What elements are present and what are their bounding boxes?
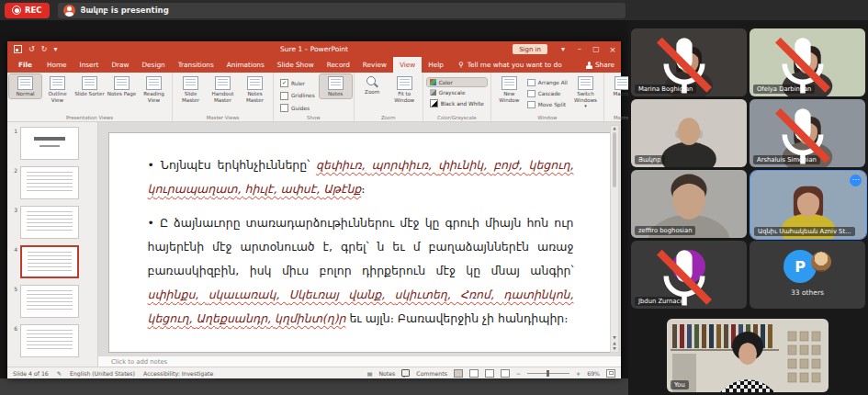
color-button[interactable]: Color xyxy=(427,78,487,86)
participant-tile-8[interactable]: P33 others xyxy=(750,241,865,309)
spell-check-icon[interactable]: ✎ xyxy=(57,370,62,377)
tab-design[interactable]: Design xyxy=(136,57,172,73)
slide-sorter-icon xyxy=(82,76,97,90)
outline-view-icon xyxy=(50,76,65,90)
notes-page-button[interactable]: Notes Page xyxy=(106,74,138,98)
participant-tile-3[interactable]: Յակոբ xyxy=(631,99,747,167)
save-icon[interactable] xyxy=(14,45,22,53)
sign-in-button[interactable]: Sign in xyxy=(513,44,547,54)
participant-tile-2[interactable]: Ofelya Darbinyan xyxy=(750,28,865,96)
slide-paragraph: • Նոյնպէս երկհնչիւնները՝ զեփիւռ, պորփիւռ… xyxy=(148,153,574,201)
language-indicator[interactable]: English (United States) xyxy=(70,370,135,377)
self-video-tile[interactable]: You xyxy=(667,319,829,392)
shared-screen-region: ↺ ↻ ▾ Sure 1 – PowerPoint Sign in ▾ – ▢ … xyxy=(0,20,628,395)
reading-view-button[interactable]: Reading View xyxy=(138,74,170,104)
rec-button[interactable]: REC xyxy=(5,3,50,18)
participant-tile-5[interactable]: zeffiro boghosian xyxy=(631,170,747,238)
reading-view-icon xyxy=(146,76,162,90)
grayscale-button[interactable]: Grayscale xyxy=(427,88,487,96)
tile-menu-button[interactable]: ⋯ xyxy=(850,175,862,186)
slide-number-indicator[interactable]: Slide 4 of 16 xyxy=(13,370,49,377)
comments-button[interactable]: Comments xyxy=(416,370,447,377)
zoom-out-icon[interactable]: − xyxy=(516,370,521,377)
participant-tile-6[interactable]: Ազնիւ Սահակեան Azniv St...⋯ xyxy=(750,170,867,240)
muted-mic-icon xyxy=(750,103,861,167)
cascade-icon xyxy=(527,90,535,97)
notes-placeholder: Click to add notes xyxy=(111,358,167,366)
customize-qat-icon[interactable]: ▾ xyxy=(53,46,57,53)
slide-text-block: • Նոյնպէս երկհնչիւնները՝ զեփիւռ, պորփիւռ… xyxy=(148,153,574,331)
slide-sorter-button[interactable]: Slide Sorter xyxy=(73,74,106,98)
maximize-button[interactable]: ▢ xyxy=(588,45,604,53)
tab-record[interactable]: Record xyxy=(321,57,356,73)
new-window-button[interactable]: New Window xyxy=(493,74,525,104)
scrollbar-thumb[interactable] xyxy=(613,132,616,187)
tab-view[interactable]: View xyxy=(393,57,422,73)
black-and-white-button[interactable]: Black and White xyxy=(427,98,487,108)
zoom-button[interactable]: Zoom xyxy=(356,74,389,96)
slide-thumbnail-1[interactable]: 1 xyxy=(9,127,94,160)
tab-animations[interactable]: Animations xyxy=(220,57,271,73)
zoom-in-icon[interactable]: + xyxy=(576,370,581,377)
ribbon-group-presentation-views: Normal Outline View Slide Sorter Notes P… xyxy=(7,73,173,121)
reading-view-status-icon[interactable] xyxy=(485,369,494,378)
slide-thumbnail-6[interactable]: 6 xyxy=(9,324,94,357)
notes-toggle-button[interactable]: Notes xyxy=(320,74,352,98)
ribbon-group-zoom: Zoom Fit to Window Zoom xyxy=(355,73,423,121)
guides-checkbox[interactable]: Guides xyxy=(278,103,317,113)
cascade-button[interactable]: Cascade xyxy=(525,89,569,98)
ribbon-display-options-icon[interactable]: ▾ xyxy=(555,45,571,53)
slide-text-segment: փիւնիկ, xyxy=(438,158,493,172)
slideshow-status-icon[interactable] xyxy=(501,369,510,378)
notes-status-button[interactable]: Notes xyxy=(378,370,395,377)
canvas-scrollbar[interactable]: ▲ ▼ ▲ ▼ xyxy=(610,125,619,353)
accessibility-indicator[interactable]: Accessibility: Investigate xyxy=(143,370,213,377)
tab-transitions[interactable]: Transitions xyxy=(172,57,220,73)
tab-help[interactable]: Help xyxy=(422,57,450,73)
slide-text-segment: կեցուղ, xyxy=(148,311,197,325)
scroll-up-icon[interactable]: ▲ xyxy=(613,126,615,130)
tell-me-search[interactable]: ⚲ Tell me what you want to do xyxy=(458,57,562,73)
slide-master-button[interactable]: Slide Master xyxy=(175,74,207,104)
group-label: Show xyxy=(274,115,354,120)
zoom-slider[interactable] xyxy=(527,373,569,374)
arrange-all-button[interactable]: Arrange All xyxy=(525,78,569,87)
slide-thumbnail-4[interactable]: 4 xyxy=(9,245,94,278)
next-slide-icon[interactable]: ▼ xyxy=(613,346,615,352)
ruler-checkbox[interactable]: Ruler xyxy=(278,78,317,88)
slide-thumbnail-3[interactable]: 3 xyxy=(9,206,94,239)
minimize-button[interactable]: – xyxy=(571,45,588,53)
move-split-button[interactable]: Move Split xyxy=(525,100,569,109)
tab-file[interactable]: File xyxy=(10,57,40,73)
notes-master-button[interactable]: Notes Master xyxy=(239,74,271,104)
tab-insert[interactable]: Insert xyxy=(73,57,106,73)
handout-master-button[interactable]: Handout Master xyxy=(207,74,239,104)
close-button[interactable]: × xyxy=(604,45,621,54)
fit-to-window-button[interactable]: Fit to Window xyxy=(389,74,421,104)
slide-thumbnail-panel[interactable]: 123456 xyxy=(7,122,98,367)
zoom-percentage[interactable]: 69% xyxy=(587,370,600,377)
presenter-avatar-icon xyxy=(63,5,75,17)
share-button[interactable]: Share xyxy=(586,57,614,73)
normal-view-status-icon[interactable] xyxy=(454,369,463,378)
slide-thumbnail-5[interactable]: 5 xyxy=(9,285,94,318)
tab-draw[interactable]: Draw xyxy=(105,57,135,73)
slide-text-segment: ։ xyxy=(361,182,365,196)
participant-tile-1[interactable]: Marina Boghigian xyxy=(631,28,747,96)
outline-view-button[interactable]: Outline View xyxy=(41,74,73,104)
tab-home[interactable]: Home xyxy=(40,57,73,73)
participant-tile-7[interactable]: JJbdun Zurnacı xyxy=(631,241,747,309)
participant-tile-4[interactable]: Arshaluis Simonian xyxy=(750,99,865,167)
fit-slide-icon[interactable] xyxy=(606,369,615,378)
redo-icon[interactable]: ↻ xyxy=(41,46,48,53)
switch-windows-button[interactable]: Switch Windows xyxy=(569,74,602,109)
undo-icon[interactable]: ↺ xyxy=(28,46,35,53)
slide-thumbnail-2[interactable]: 2 xyxy=(9,166,94,199)
normal-view-button[interactable]: Normal xyxy=(9,74,41,98)
gridlines-checkbox[interactable]: Gridlines xyxy=(278,91,317,101)
tab-slide-show[interactable]: Slide Show xyxy=(271,57,321,73)
current-slide[interactable]: • Նոյնպէս երկհնչիւնները՝ զեփիւռ, պորփիւռ… xyxy=(108,132,612,353)
tab-review[interactable]: Review xyxy=(356,57,393,73)
slide-sorter-status-icon[interactable] xyxy=(469,369,479,378)
notes-pane[interactable]: Click to add notes xyxy=(98,356,621,367)
